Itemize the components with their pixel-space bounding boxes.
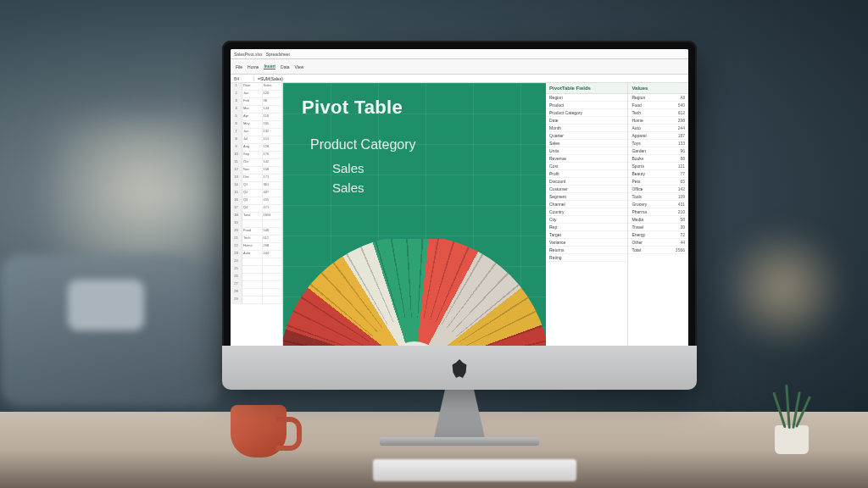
field-item[interactable]: Sales xyxy=(546,140,627,147)
grid-cell[interactable] xyxy=(263,274,283,281)
pivot-field-list[interactable]: PivotTable Fields RegionProductProduct C… xyxy=(546,83,628,371)
pivot-values-panel[interactable]: Values RegionAllFood540Tech612Home298Aut… xyxy=(628,83,688,371)
grid-cell[interactable] xyxy=(242,297,263,304)
value-row[interactable]: Travel39 xyxy=(628,224,688,231)
value-row[interactable]: Home298 xyxy=(628,117,688,125)
grid-row[interactable]: 17Q4471 xyxy=(231,205,282,213)
grid-cell[interactable]: 1694 xyxy=(263,213,283,220)
left-data-grid[interactable]: 1DateSales2Jan1203Feb984Mar1435Apr1106Ma… xyxy=(231,83,283,371)
grid-row[interactable]: 10Sep176 xyxy=(231,152,282,159)
grid-cell[interactable] xyxy=(263,258,283,266)
grid-cell[interactable]: Sales xyxy=(263,83,283,91)
grid-cell[interactable] xyxy=(242,266,263,274)
ribbon-tab-view[interactable]: View xyxy=(295,64,304,69)
value-row[interactable]: Garden96 xyxy=(628,147,688,155)
grid-cell[interactable]: Q3 xyxy=(242,197,263,205)
grid-cell[interactable]: 176 xyxy=(263,152,283,159)
ribbon-tab-file[interactable]: File xyxy=(236,64,242,69)
grid-cell[interactable] xyxy=(263,281,283,289)
grid-row[interactable]: 28 xyxy=(231,289,282,297)
value-row[interactable]: Apparel187 xyxy=(628,132,688,140)
pivot-value-field-2[interactable]: Sales xyxy=(283,180,546,195)
ribbon-tab-insert[interactable]: Insert xyxy=(264,64,275,69)
grid-row[interactable]: 24 xyxy=(231,258,282,266)
value-row[interactable]: Sports121 xyxy=(628,163,688,170)
value-row[interactable]: Office142 xyxy=(628,186,688,193)
grid-cell[interactable]: 171 xyxy=(263,175,283,182)
grid-cell[interactable]: Sep xyxy=(242,152,263,159)
grid-row[interactable]: 6May165 xyxy=(231,121,282,129)
grid-row[interactable]: 23Auto244 xyxy=(231,251,282,258)
field-item[interactable]: Channel xyxy=(546,201,627,208)
grid-cell[interactable]: Jul xyxy=(242,136,263,144)
value-row[interactable]: Food540 xyxy=(628,102,688,109)
grid-row[interactable]: 8Jul151 xyxy=(231,136,282,144)
grid-row[interactable]: 21Tech612 xyxy=(231,236,282,243)
grid-row[interactable]: 9Aug128 xyxy=(231,144,282,152)
grid-cell[interactable]: Dec xyxy=(242,175,263,182)
grid-row[interactable]: 19 xyxy=(231,220,282,228)
value-row[interactable]: Tools109 xyxy=(628,193,688,201)
value-row[interactable]: Books88 xyxy=(628,155,688,163)
grid-row[interactable]: 1DateSales xyxy=(231,83,282,91)
grid-row[interactable]: 4Mar143 xyxy=(231,106,282,114)
grid-row[interactable]: 12Nov158 xyxy=(231,167,282,175)
grid-cell[interactable]: 132 xyxy=(263,129,283,136)
grid-row[interactable]: 20Food540 xyxy=(231,228,282,236)
value-row[interactable]: Grocery431 xyxy=(628,201,688,208)
grid-cell[interactable]: Home xyxy=(242,243,263,251)
grid-cell[interactable]: 120 xyxy=(263,91,283,98)
ribbon-tab-home[interactable]: Home xyxy=(248,64,259,69)
grid-row[interactable]: 5Apr110 xyxy=(231,114,282,121)
grid-row[interactable]: 11Oct142 xyxy=(231,159,282,167)
field-item[interactable]: Rating xyxy=(546,254,627,262)
field-item[interactable]: Segment xyxy=(546,193,627,201)
field-item[interactable]: Returns xyxy=(546,247,627,254)
field-item[interactable]: Country xyxy=(546,208,627,216)
grid-row[interactable]: 22Home298 xyxy=(231,243,282,251)
grid-cell[interactable]: Date xyxy=(242,83,263,91)
grid-cell[interactable]: 165 xyxy=(263,121,283,129)
grid-cell[interactable]: Nov xyxy=(242,167,263,175)
value-row[interactable]: Total3566 xyxy=(628,247,688,254)
grid-cell[interactable]: Jan xyxy=(242,91,263,98)
grid-row[interactable]: 29 xyxy=(231,297,282,304)
grid-row[interactable]: 27 xyxy=(231,281,282,289)
grid-cell[interactable]: 361 xyxy=(263,182,283,190)
grid-cell[interactable]: 540 xyxy=(263,228,283,236)
grid-cell[interactable] xyxy=(242,289,263,297)
grid-cell[interactable]: 158 xyxy=(263,167,283,175)
field-item[interactable]: Customer xyxy=(546,186,627,193)
grid-row[interactable]: 14Q1361 xyxy=(231,182,282,190)
value-row[interactable]: Pets65 xyxy=(628,178,688,186)
value-row[interactable]: Pharma210 xyxy=(628,208,688,216)
field-item[interactable]: Variance xyxy=(546,239,627,247)
grid-cell[interactable]: Q4 xyxy=(242,205,263,213)
grid-cell[interactable] xyxy=(242,220,263,228)
value-row[interactable]: Toys133 xyxy=(628,140,688,147)
grid-cell[interactable]: May xyxy=(242,121,263,129)
field-item[interactable]: Target xyxy=(546,231,627,239)
window-titlebar[interactable]: SalesPivot.xlsx Spreadsheet xyxy=(231,49,688,59)
grid-cell[interactable]: 298 xyxy=(263,243,283,251)
field-item[interactable]: Units xyxy=(546,147,627,155)
grid-row[interactable]: 16Q3455 xyxy=(231,197,282,205)
field-item[interactable]: Month xyxy=(546,125,627,132)
value-row[interactable]: Media58 xyxy=(628,216,688,224)
grid-cell[interactable]: Jun xyxy=(242,129,263,136)
field-item[interactable]: Date xyxy=(546,117,627,125)
grid-cell[interactable]: 98 xyxy=(263,98,283,106)
field-item[interactable]: Rep xyxy=(546,224,627,231)
formula-input[interactable]: =SUM(Sales) xyxy=(254,76,685,81)
value-row[interactable]: RegionAll xyxy=(628,94,688,102)
grid-cell[interactable]: 128 xyxy=(263,144,283,152)
grid-cell[interactable]: Tech xyxy=(242,236,263,243)
grid-row[interactable]: 18Total1694 xyxy=(231,213,282,220)
grid-cell[interactable] xyxy=(242,258,263,266)
field-item[interactable]: Product Category xyxy=(546,109,627,117)
grid-cell[interactable]: 142 xyxy=(263,159,283,167)
value-row[interactable]: Beauty77 xyxy=(628,170,688,178)
grid-row[interactable]: 25 xyxy=(231,266,282,274)
pivot-row-field[interactable]: Product Category xyxy=(283,137,546,152)
value-row[interactable]: Auto244 xyxy=(628,125,688,132)
